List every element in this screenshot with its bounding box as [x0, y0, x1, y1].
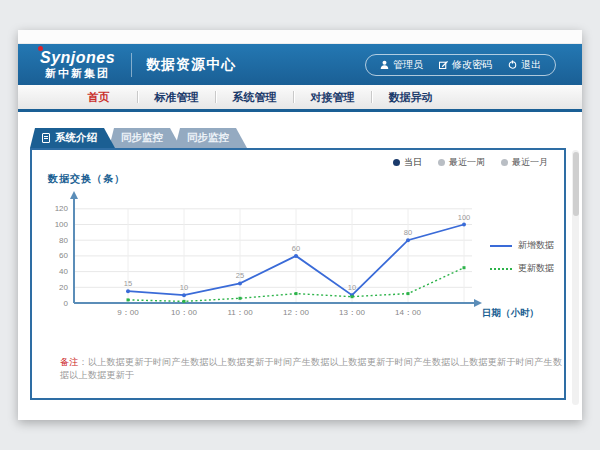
app-header: Synjones 新中新集团 数据资源中心 管理员 修改密码 退出: [18, 44, 582, 85]
radio-today[interactable]: 当日: [393, 156, 422, 169]
svg-text:120: 120: [55, 204, 69, 213]
legend-label: 更新数据: [518, 262, 554, 275]
svg-text:9：00: 9：00: [117, 308, 139, 317]
svg-text:60: 60: [59, 251, 68, 260]
change-password-button[interactable]: 修改密码: [439, 58, 492, 72]
radio-dot-icon: [501, 159, 508, 166]
radio-label: 当日: [404, 156, 422, 169]
power-icon: [508, 60, 517, 69]
radio-last-month[interactable]: 最近一月: [501, 156, 548, 169]
browser-chrome-strip: [18, 30, 582, 44]
user-icon: [380, 60, 389, 69]
svg-text:15: 15: [124, 279, 132, 288]
nav-item-data-change[interactable]: 数据异动: [372, 85, 449, 109]
scrollbar-thumb[interactable]: [573, 152, 579, 216]
tab-label: 同步监控: [187, 131, 229, 145]
svg-text:10: 10: [348, 283, 356, 292]
vertical-scrollbar[interactable]: [572, 150, 579, 405]
svg-text:12：00: 12：00: [283, 308, 309, 317]
radio-dot-icon: [438, 159, 445, 166]
document-icon: [42, 133, 50, 143]
nav-item-home[interactable]: 首页: [60, 85, 137, 109]
svg-text:100: 100: [458, 213, 471, 222]
app-window: Synjones 新中新集团 数据资源中心 管理员 修改密码 退出 首页 标准管…: [18, 30, 582, 420]
svg-text:25: 25: [236, 271, 244, 280]
page-title: 数据资源中心: [146, 56, 236, 74]
footnote-text: ：以上数据更新于时间产生数据以上数据更新于时间产生数据以上数据更新于时间产生数据…: [60, 357, 562, 380]
svg-text:日期（小时）: 日期（小时）: [482, 307, 539, 319]
tab-sync-monitor-1[interactable]: 同步监控: [109, 128, 181, 148]
tab-label: 同步监控: [121, 131, 163, 145]
tab-bar: 系统介绍 同步监控 同步监控: [30, 128, 247, 148]
tab-system-intro[interactable]: 系统介绍: [30, 128, 115, 148]
y-axis-title: 数据交换（条）: [48, 172, 125, 186]
svg-text:14：00: 14：00: [395, 308, 421, 317]
radio-last-week[interactable]: 最近一周: [438, 156, 485, 169]
chart-panel: 当日 最近一周 最近一月 数据交换（条） 0204060801001209：00…: [30, 148, 566, 400]
tab-sync-monitor-2[interactable]: 同步监控: [175, 128, 247, 148]
legend-entry-updated-data: 更新数据: [490, 257, 554, 280]
svg-text:100: 100: [55, 220, 69, 229]
svg-text:80: 80: [59, 236, 68, 245]
legend-entry-new-data: 新增数据: [490, 234, 554, 257]
content-area: 系统介绍 同步监控 同步监控 当日 最近一周: [18, 112, 582, 420]
edit-icon: [439, 60, 448, 69]
tab-label: 系统介绍: [55, 131, 97, 145]
svg-text:10: 10: [180, 283, 188, 292]
svg-text:11：00: 11：00: [227, 308, 253, 317]
svg-text:40: 40: [59, 267, 68, 276]
change-password-label: 修改密码: [452, 58, 492, 72]
radio-dot-icon: [393, 159, 400, 166]
logout-label: 退出: [521, 58, 541, 72]
legend-label: 新增数据: [518, 239, 554, 252]
svg-text:13：00: 13：00: [339, 308, 365, 317]
footnote-label: 备注: [60, 357, 79, 367]
svg-text:80: 80: [404, 228, 412, 237]
svg-text:20: 20: [59, 283, 68, 292]
green-dotted-sample-icon: [490, 268, 512, 270]
company-logo: Synjones 新中新集团: [40, 50, 115, 79]
time-range-filter: 当日 最近一周 最近一月: [393, 156, 548, 169]
logo-red-dot-icon: [38, 46, 43, 51]
header-divider: [131, 53, 132, 77]
user-menu: 管理员 修改密码 退出: [365, 54, 556, 76]
admin-user-button[interactable]: 管理员: [380, 58, 423, 72]
line-chart-svg: 0204060801001209：0010：0011：0012：0013：001…: [32, 190, 568, 330]
logout-button[interactable]: 退出: [508, 58, 541, 72]
main-nav: 首页 标准管理 系统管理 对接管理 数据异动: [18, 85, 582, 112]
chart-legend: 新增数据 更新数据: [490, 234, 554, 280]
svg-text:60: 60: [292, 244, 300, 253]
footnote: 备注：以上数据更新于时间产生数据以上数据更新于时间产生数据以上数据更新于时间产生…: [60, 356, 564, 382]
svg-text:10：00: 10：00: [171, 308, 197, 317]
radio-label: 最近一周: [449, 156, 485, 169]
nav-item-connect-mgmt[interactable]: 对接管理: [294, 85, 371, 109]
admin-user-label: 管理员: [393, 58, 423, 72]
svg-text:0: 0: [64, 299, 69, 308]
blue-line-sample-icon: [490, 245, 512, 247]
logo-text-cn: 新中新集团: [40, 68, 115, 79]
nav-item-system-mgmt[interactable]: 系统管理: [216, 85, 293, 109]
nav-item-standard-mgmt[interactable]: 标准管理: [138, 85, 215, 109]
logo-text-en: Synjones: [40, 50, 115, 66]
radio-label: 最近一月: [512, 156, 548, 169]
